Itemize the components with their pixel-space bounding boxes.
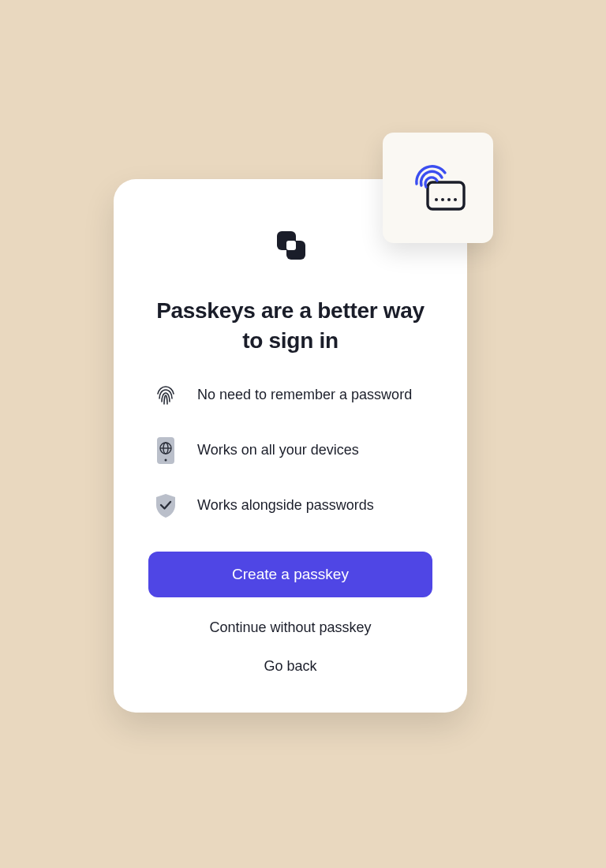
create-passkey-button[interactable]: Create a passkey: [148, 552, 432, 597]
svg-point-10: [441, 198, 444, 201]
fingerprint-icon: [153, 383, 178, 408]
app-logo: [269, 223, 312, 269]
passkey-badge: [383, 133, 493, 243]
feature-item: No need to remember a password: [148, 383, 432, 408]
continue-without-passkey-button[interactable]: Continue without passkey: [209, 619, 371, 636]
passkey-fingerprint-device-icon: [406, 154, 470, 222]
svg-rect-2: [286, 241, 296, 250]
passkey-card: Passkeys are a better way to sign in No …: [114, 179, 467, 713]
svg-point-12: [454, 198, 457, 201]
svg-point-11: [447, 198, 451, 201]
svg-point-9: [435, 198, 438, 201]
feature-text: Works on all your devices: [197, 442, 359, 458]
feature-text: No need to remember a password: [197, 387, 412, 403]
device-globe-icon: [153, 438, 178, 463]
feature-text: Works alongside passwords: [197, 497, 374, 514]
feature-item: Works on all your devices: [148, 438, 432, 463]
feature-item: Works alongside passwords: [148, 493, 432, 518]
page-title: Passkeys are a better way to sign in: [148, 296, 432, 356]
feature-list: No need to remember a password Works on …: [148, 383, 432, 518]
svg-point-7: [165, 458, 167, 461]
go-back-button[interactable]: Go back: [264, 658, 316, 675]
shield-check-icon: [153, 493, 178, 518]
svg-rect-8: [428, 182, 464, 209]
